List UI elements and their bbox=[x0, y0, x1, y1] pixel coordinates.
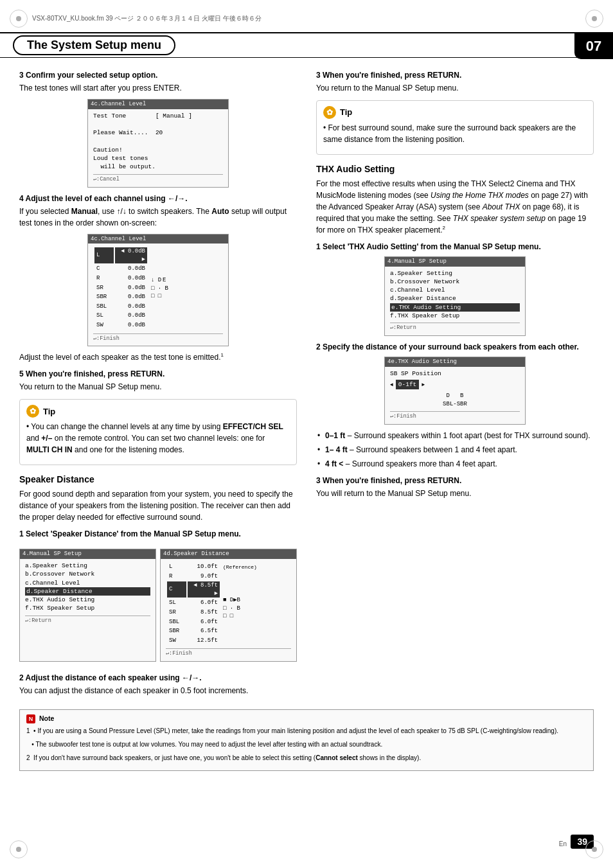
dist-reference: (Reference) bbox=[221, 563, 290, 571]
thx-bullet-2: 1– 4 ft – Surround speakers between 1 an… bbox=[316, 444, 594, 456]
thx-audio-heading: THX Audio Setting bbox=[316, 164, 594, 174]
step3-thx-body: You will return to the Manual SP Setup m… bbox=[316, 488, 594, 499]
screen4-left-arrow: ◄ bbox=[390, 381, 393, 388]
screen4-footer: ↵:Finish bbox=[390, 411, 520, 421]
tip-icon-2: ✿ bbox=[323, 106, 336, 119]
screen2-row-SW-val: 0.0dB bbox=[115, 321, 147, 330]
screen-pair-left-footer: ↵:Return bbox=[25, 616, 150, 625]
dist-row-SW-val: 12.5ft bbox=[188, 637, 220, 645]
screen2-row-C-label: C bbox=[94, 265, 114, 273]
dist-row-SL-label: SL bbox=[167, 599, 186, 607]
footnote-box: N Note 1 • If you are using a Sound Pres… bbox=[19, 709, 594, 771]
note-icon: N bbox=[26, 714, 35, 723]
screen1-row4 bbox=[93, 137, 223, 145]
thx-bullet-list: 0–1 ft – Surround speakers within 1 foot… bbox=[316, 430, 594, 470]
screen2-row-SBL-label: SBL bbox=[94, 303, 114, 311]
screen-channel-level-values: 4c.Channel Level L ◄ 0.0dB ► ↓ D E□ · B□… bbox=[87, 234, 229, 347]
dist-row-R-val: 9.0ft bbox=[188, 572, 220, 581]
thx-sp-row-a: a.Speaker Setting bbox=[390, 269, 520, 278]
screen2-row-SR-val: 0.0dB bbox=[115, 284, 147, 292]
step3r-heading: 3 When you're finished, press RETURN. bbox=[316, 71, 594, 80]
thx-sp-row-f: f.THX Speaker Setup bbox=[390, 312, 520, 320]
screen2-row-SBL-val: 0.0dB bbox=[115, 303, 147, 311]
footnote-2: 2 If you don't have surround back speake… bbox=[26, 753, 587, 763]
dist-graphic: ■ D▶B□ · B□ □ bbox=[221, 572, 290, 645]
thx-sp-row-b: b.Crossover Network bbox=[390, 278, 520, 286]
dist-row-SBR-val: 6.5ft bbox=[188, 627, 220, 635]
tip2-title: ✿ Tip bbox=[323, 106, 587, 119]
thx-bullet-1: 0–1 ft – Surround speakers within 1 foot… bbox=[316, 430, 594, 441]
footnote-1: 1 • If you are using a Sound Pressure Le… bbox=[26, 726, 587, 736]
screen1-title: 4c.Channel Level bbox=[88, 100, 228, 109]
dist-row-SBR-label: SBR bbox=[167, 627, 186, 635]
screen-pair-right-footer: ↵:Finish bbox=[166, 648, 291, 658]
step3-thx-heading: 3 When you're finished, press RETURN. bbox=[316, 476, 594, 485]
screen4-selected: 0-1ft bbox=[396, 380, 420, 389]
step2-sp-heading: 2 Adjust the distance of each speaker us… bbox=[19, 673, 297, 682]
dist-row-SL-val: 6.0ft bbox=[188, 599, 220, 607]
dist-row-SBL-val: 6.0ft bbox=[188, 618, 220, 626]
screen-thx-setup-menu: 4.Manual SP Setup a.Speaker Setting b.Cr… bbox=[384, 256, 526, 336]
screen2-title: 4c.Channel Level bbox=[88, 235, 228, 244]
screen2-row-SBR-label: SBR bbox=[94, 293, 114, 301]
screen1-row1: Test Tone [ Manual ] bbox=[93, 112, 223, 120]
screen4-graphic: D BSBL-SBR bbox=[390, 392, 520, 408]
screen2-row-SW-label: SW bbox=[94, 321, 114, 330]
screen1-caution2: Loud test tones bbox=[93, 154, 223, 163]
page-title: The System Setup menu bbox=[13, 35, 175, 55]
screen1-footer: ↵:Cancel bbox=[93, 174, 223, 184]
step5-return-body: You return to the Manual SP Setup menu. bbox=[19, 381, 297, 393]
tip-box-1: ✿ Tip • You can change the channel level… bbox=[19, 399, 297, 465]
screen4-title: 4e.THX Audio Setting bbox=[385, 357, 525, 367]
tip1-body: • You can change the channel levels at a… bbox=[26, 421, 290, 456]
step1-sp-heading: 1 Select 'Speaker Distance' from the Man… bbox=[19, 529, 297, 538]
dist-row-SW-label: SW bbox=[167, 637, 186, 645]
chapter-number: 07 bbox=[574, 33, 613, 59]
step3-confirm-heading: 3 Confirm your selected setup option. bbox=[19, 71, 297, 80]
dist-row-L-val: 10.0ft bbox=[188, 563, 220, 571]
step2-sp-body: You can adjust the distance of each spea… bbox=[19, 685, 297, 696]
sp-row-b: b.Crossover Network bbox=[25, 570, 150, 578]
reg-mark-tl bbox=[10, 10, 28, 28]
sp-row-a: a.Speaker Setting bbox=[25, 562, 150, 570]
tip-box-2: ✿ Tip • For best surround sound, make su… bbox=[316, 100, 594, 155]
screen-channel-level-wait: 4c.Channel Level Test Tone [ Manual ] Pl… bbox=[87, 99, 229, 188]
screen-pair-speaker-distance: 4.Manual SP Setup a.Speaker Setting b.Cr… bbox=[19, 544, 297, 667]
screen2-row-R-val: 0.0dB bbox=[115, 274, 147, 283]
dist-row-SR-val: 8.5ft bbox=[188, 608, 220, 617]
reg-mark-bl bbox=[10, 840, 28, 858]
screen2-footer: ↵:Finish bbox=[93, 333, 223, 343]
main-content: 3 Confirm your selected setup option. Th… bbox=[19, 64, 594, 829]
footnote-1b: • The subwoofer test tone is output at l… bbox=[26, 740, 587, 749]
thx-sp-row-d: d.Speaker Distance bbox=[390, 294, 520, 303]
sp-row-f: f.THX Speaker Setup bbox=[25, 604, 150, 612]
screen2-row-C-val: 0.0dB bbox=[115, 265, 147, 273]
step5-return-heading: 5 When you're finished, press RETURN. bbox=[19, 369, 297, 378]
left-column: 3 Confirm your selected setup option. Th… bbox=[19, 64, 297, 700]
header-bar: The System Setup menu 07 bbox=[0, 32, 613, 58]
screen1-caution3: will be output. bbox=[93, 163, 223, 171]
screen-pair-right-title: 4d.Speaker Distance bbox=[161, 549, 296, 559]
screen1-caution: Caution! bbox=[93, 146, 223, 154]
right-column: 3 When you're finished, press RETURN. Yo… bbox=[316, 64, 594, 700]
dist-row-SBL-label: SBL bbox=[167, 618, 186, 626]
speaker-distance-heading: Speaker Distance bbox=[19, 474, 297, 484]
screen3-footer: ↵:Return bbox=[390, 323, 520, 332]
reg-mark-tr bbox=[585, 10, 603, 28]
step1-thx-heading: 1 Select 'THX Audio Setting' from the Ma… bbox=[316, 242, 594, 251]
thx-bullet-3: 4 ft < – Surround speakers more than 4 f… bbox=[316, 458, 594, 470]
step4-adjust-body: If you selected Manual, use ↑/↓ to switc… bbox=[19, 206, 297, 229]
dist-row-SR-label: SR bbox=[167, 608, 186, 617]
file-info: VSX-80TXV_KU.book.fm 39 ページ ２００６年３月１４日 火… bbox=[32, 14, 262, 23]
speaker-distance-body: For good sound depth and separation from… bbox=[19, 488, 297, 523]
step4-adjust-heading: 4 Adjust the level of each channel using… bbox=[19, 194, 297, 203]
page-lang: En bbox=[559, 840, 567, 847]
sp-row-c: c.Channel Level bbox=[25, 579, 150, 587]
dist-row-L-label: L bbox=[167, 563, 186, 571]
sp-row-e: e.THX Audio Setting bbox=[25, 596, 150, 604]
screen2-table: L ◄ 0.0dB ► ↓ D E□ · B□ □ C0.0dB R0.0dB … bbox=[93, 246, 223, 330]
step4-note: Adjust the level of each speaker as the … bbox=[19, 351, 297, 363]
thx-body: For the most effective results when usin… bbox=[316, 178, 594, 236]
screen2-graphic: ↓ D E□ · B□ □ bbox=[148, 247, 222, 329]
step2-thx-heading: 2 Specify the distance of your surround … bbox=[316, 342, 594, 351]
